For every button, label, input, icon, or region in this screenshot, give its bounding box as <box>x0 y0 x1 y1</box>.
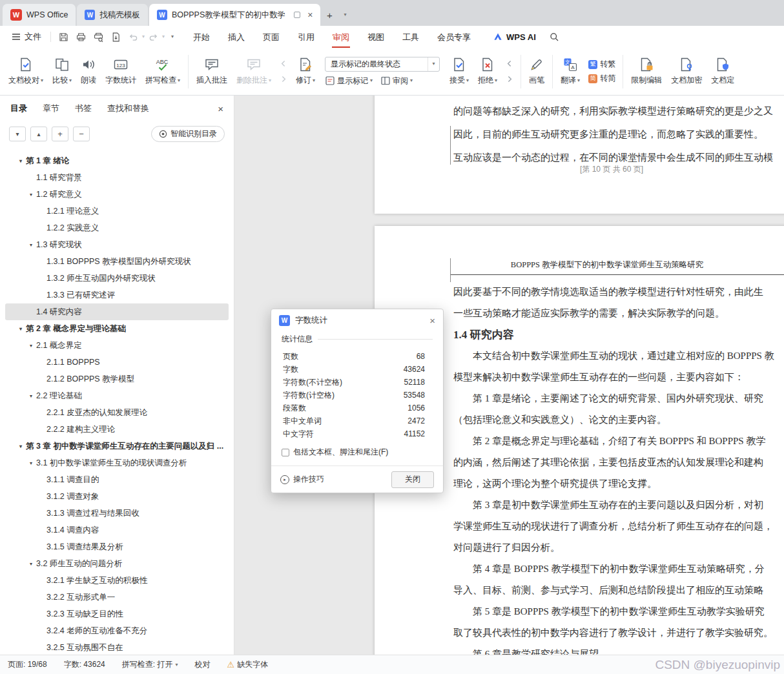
toc-item[interactable]: ▾ 2.1.1 BOPPPS <box>5 354 229 371</box>
dialog-close-icon[interactable]: × <box>429 315 435 326</box>
previous-change-button[interactable] <box>504 59 515 68</box>
toc-collapse-arrow-icon[interactable]: ▾ <box>15 158 26 164</box>
toc-collapse-arrow-icon[interactable]: ▾ <box>26 561 36 567</box>
pen-button[interactable]: 画笔 <box>524 54 549 89</box>
sidebar-tab[interactable]: 查找和替换 <box>107 103 149 114</box>
toc-item[interactable]: ▾ 2.1.2 BOPPPS 教学模型 <box>5 371 229 387</box>
toc-collapse-arrow-icon[interactable]: ▾ <box>26 343 36 349</box>
toc-collapse-arrow-icon[interactable]: ▾ <box>26 460 36 466</box>
encrypt-button[interactable]: 文档加密 <box>666 54 707 89</box>
toc-item[interactable]: ▾ 3.1 初中数学课堂师生互动的现状调查分析 <box>5 454 229 471</box>
delete-comment-button[interactable]: 删除批注▾ <box>232 54 276 89</box>
toc-item[interactable]: ▾ 2.2 理论基础 <box>5 387 229 404</box>
wps-ai-button[interactable]: WPS AI <box>493 32 536 42</box>
menu-tab[interactable]: 视图 <box>358 26 393 48</box>
toc-collapse-arrow-icon[interactable]: ▾ <box>15 326 26 332</box>
doc-custom-button[interactable]: 文档定 <box>707 54 739 89</box>
toc-collapse-arrow-icon[interactable]: ▾ <box>26 242 36 248</box>
menu-tab[interactable]: 开始 <box>184 26 219 48</box>
menu-tab[interactable]: 审阅 <box>324 26 358 48</box>
read-aloud-button[interactable]: 朗读 <box>76 54 101 89</box>
toc-item[interactable]: ▾ 3.1.3 调查过程与结果回收 <box>5 505 229 522</box>
redo-dropdown-icon[interactable]: ▾ <box>162 34 165 39</box>
collapse-all-button[interactable]: ▴ <box>30 127 47 141</box>
toc-item[interactable]: ▾ 1.3.3 已有研究述评 <box>5 287 229 303</box>
tips-link[interactable]: ▸ 操作技巧 <box>280 474 324 485</box>
new-tab-button[interactable]: + <box>322 6 337 23</box>
redo-button[interactable] <box>145 29 162 45</box>
export-pdf-button[interactable] <box>107 29 125 45</box>
to-traditional-button[interactable]: 繁 转繁 <box>588 59 615 70</box>
toc-collapse-arrow-icon[interactable]: ▾ <box>26 192 36 198</box>
toc-item[interactable]: ▾ 1.3 研究现状 <box>5 236 229 253</box>
toc-item[interactable]: ▾ 3.1.5 调查结果及分析 <box>5 538 229 555</box>
toc-item[interactable]: ▾ 3.1.2 调查对象 <box>5 488 229 505</box>
print-button[interactable] <box>72 29 90 45</box>
toc-item[interactable]: ▾ 1.2.1 理论意义 <box>5 203 229 220</box>
file-menu-button[interactable]: 文件 <box>6 31 46 43</box>
sidebar-close-icon[interactable]: × <box>218 103 223 114</box>
proofread-status-button[interactable]: 校对 <box>194 659 210 670</box>
undo-button[interactable] <box>125 29 142 45</box>
next-comment-button[interactable] <box>278 74 289 84</box>
toc-item[interactable]: ▾ 3.2.4 老师的互动准备不充分 <box>5 622 229 639</box>
toc-item[interactable]: ▾ 1.2.2 实践意义 <box>5 220 229 236</box>
markup-state-select[interactable]: 显示标记的最终状态 ▾ <box>325 57 440 72</box>
menu-tab[interactable]: 会员专享 <box>428 26 480 48</box>
toc-collapse-arrow-icon[interactable]: ▾ <box>15 444 26 449</box>
tab-list-dropdown-icon[interactable]: ▾ <box>337 6 353 23</box>
tab-current-doc[interactable]: W BOPPPS教学模型下的初中数学 × <box>149 4 321 26</box>
tab-wps-home[interactable]: W WPS Office <box>3 4 76 26</box>
review-pane-button[interactable]: 审阅▾ <box>380 76 413 87</box>
insert-comment-button[interactable]: 插入批注 <box>192 54 232 89</box>
toc-item[interactable]: ▾ 1.3.1 BOPPPS 教学模型国内外研究现状 <box>5 253 229 270</box>
tab-close-icon[interactable]: × <box>307 10 313 19</box>
reject-button[interactable]: 拒绝▾ <box>473 54 502 89</box>
search-button[interactable] <box>546 29 563 45</box>
restrict-edit-button[interactable]: 限制编辑 <box>626 54 666 89</box>
toc-item[interactable]: ▾ 3.2.1 学生缺乏互动的积极性 <box>5 572 229 589</box>
toc-item[interactable]: ▾ 第 3 章 初中数学课堂师生互动存在的主要问题以及归 ... <box>5 438 229 454</box>
toc-item[interactable]: ▾ 1.1 研究背景 <box>5 169 229 186</box>
more-commands-icon[interactable]: ▾ <box>171 34 174 39</box>
toc-item[interactable]: ▾ 3.2.2 互动形式单一 <box>5 589 229 606</box>
include-textbox-checkbox[interactable]: 包括文本框、脚注和尾注(F) <box>282 447 433 458</box>
proofread-button[interactable]: 文档校对▾ <box>4 54 48 89</box>
document-page-10[interactable]: 的问题等都缺乏深入的研究，利用实际教学模型进行策略研究的更是少之又因此，目前的师… <box>375 96 784 214</box>
increase-level-button[interactable]: + <box>52 127 68 141</box>
save-button[interactable] <box>55 29 72 45</box>
decrease-level-button[interactable]: − <box>73 127 90 141</box>
toc-item[interactable]: ▾ 1.2 研究意义 <box>5 186 229 203</box>
missing-font-warning[interactable]: ⚠ 缺失字体 <box>227 659 268 670</box>
word-count-indicator[interactable]: 字数: 43624 <box>64 659 105 670</box>
toc-item[interactable]: ▾ 3.2.3 互动缺乏目的性 <box>5 606 229 622</box>
toc-item[interactable]: ▾ 3.1.4 调查内容 <box>5 522 229 538</box>
page-indicator[interactable]: 页面: 19/68 <box>8 659 47 670</box>
toc-item[interactable]: ▾ 3.1.1 调查目的 <box>5 471 229 488</box>
toc-item[interactable]: ▾ 1.4 研究内容 <box>5 303 229 320</box>
menu-tab[interactable]: 引用 <box>289 26 324 48</box>
close-button[interactable]: 关闭 <box>391 471 434 488</box>
toc-item[interactable]: ▾ 2.2.1 皮亚杰的认知发展理论 <box>5 404 229 421</box>
toc-item[interactable]: ▾ 3.2.5 互动氛围不自在 <box>5 639 229 655</box>
toc-item[interactable]: ▾ 第 1 章 绪论 <box>5 152 229 169</box>
toc-item[interactable]: ▾ 1.3.2 师生互动国内外研究现状 <box>5 270 229 287</box>
spellcheck-toggle[interactable]: 拼写检查: 打开 ▾ <box>122 659 178 670</box>
toc-item[interactable]: ▾ 2.1 概念界定 <box>5 337 229 354</box>
menu-tab[interactable]: 页面 <box>254 26 289 48</box>
toc-item[interactable]: ▾ 第 2 章 概念界定与理论基础 <box>5 320 229 337</box>
smart-toc-button[interactable]: 智能识别目录 <box>151 126 225 142</box>
dialog-title-bar[interactable]: W 字数统计 × <box>271 309 443 331</box>
show-markup-button[interactable]: 显示标记▾ <box>325 76 373 87</box>
toc-collapse-arrow-icon[interactable]: ▾ <box>26 393 36 399</box>
word-count-button[interactable]: 123 字数统计 <box>101 54 141 89</box>
expand-all-button[interactable]: ▾ <box>9 127 26 141</box>
sidebar-tab[interactable]: 章节 <box>43 103 59 114</box>
toc-item[interactable]: ▾ 3.2 师生互动的问题分析 <box>5 555 229 572</box>
spell-check-button[interactable]: ABC 拼写检查▾ <box>141 54 185 89</box>
toc-item[interactable]: ▾ 2.2.2 建构主义理论 <box>5 421 229 438</box>
print-preview-button[interactable] <box>90 29 107 45</box>
next-change-button[interactable] <box>504 74 515 84</box>
menu-tab[interactable]: 工具 <box>393 26 428 48</box>
menu-tab[interactable]: 插入 <box>219 26 254 48</box>
